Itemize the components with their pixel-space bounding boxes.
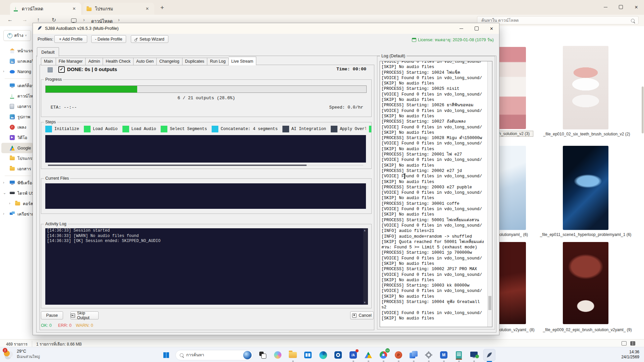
- close-tab-icon[interactable]: ✕: [144, 6, 151, 12]
- explorer-tab-programs[interactable]: โปรแกรม ✕: [83, 3, 154, 15]
- scrollbar-thumb[interactable]: [642, 86, 644, 133]
- log-scrollbar[interactable]: [487, 61, 492, 327]
- view-thumbnails-icon[interactable]: [630, 341, 635, 346]
- stop-square-icon[interactable]: [48, 67, 53, 72]
- file-thumbnail[interactable]: [563, 242, 608, 324]
- tab-changelog[interactable]: Changelog: [157, 58, 182, 65]
- sidebar-item-documents-folder[interactable]: เอกสาร: [0, 164, 34, 174]
- file-caption[interactable]: _file_ep011_scene1_hyperloop_problemyaml…: [535, 232, 636, 237]
- sidebar-item-network[interactable]: ›เครือข่าย: [0, 209, 34, 219]
- copilot-button[interactable]: [272, 349, 283, 361]
- this-pc-icon[interactable]: [71, 18, 76, 22]
- notes-app-button[interactable]: [453, 349, 465, 361]
- cancel-button[interactable]: Cancel: [350, 311, 374, 319]
- chevron-right-icon[interactable]: ›: [9, 201, 10, 205]
- tab-file-manager[interactable]: File Manager: [56, 58, 86, 65]
- sidebar-item-onedrive[interactable]: ›Narong: [0, 66, 34, 77]
- sidebar-item-music[interactable]: เพลง: [0, 122, 34, 132]
- back-icon[interactable]: ←: [7, 17, 13, 23]
- taskbar-search[interactable]: การค้นหา: [175, 350, 253, 360]
- delete-profile-button[interactable]: - Delete Profile: [91, 35, 126, 43]
- tab-run-log[interactable]: Run Log: [207, 58, 229, 65]
- tab-admin[interactable]: Admin: [86, 58, 103, 65]
- scroll-down-icon[interactable]: ▼: [364, 301, 366, 304]
- close-icon[interactable]: ✕: [629, 0, 644, 14]
- tab-auto-gen[interactable]: Auto Gen: [133, 58, 157, 65]
- task-view-button[interactable]: [257, 349, 268, 361]
- setup-wizard-button[interactable]: Setup Wizard: [131, 35, 168, 43]
- maximize-icon[interactable]: [613, 0, 629, 14]
- steps-console[interactable]: [45, 135, 366, 163]
- tab-duplicates[interactable]: Duplicates: [182, 58, 207, 65]
- skip-output-button[interactable]: Skip Output: [70, 311, 99, 319]
- refresh-icon[interactable]: ↻: [52, 17, 56, 23]
- store-button[interactable]: [302, 349, 314, 361]
- windows-app-button[interactable]: [408, 349, 419, 361]
- scrollbar-thumb[interactable]: [48, 165, 307, 166]
- sidebar-item-programs-folder[interactable]: โปรแกรม: [0, 153, 34, 164]
- app-title-bar[interactable]: SJ88 AutoBatch v26.5.3 (Multi-Profile) ✕: [33, 23, 499, 34]
- editor-app-button[interactable]: /A: [347, 349, 359, 361]
- autobatch-taskbar-button[interactable]: [483, 349, 495, 361]
- m-app-button[interactable]: M: [438, 349, 449, 361]
- close-tab-icon[interactable]: ✕: [70, 6, 78, 12]
- close-icon[interactable]: ✕: [484, 23, 499, 34]
- powerpoint-button[interactable]: P: [393, 349, 404, 361]
- add-profile-button[interactable]: + Add Profile: [54, 35, 87, 43]
- file-caption[interactable]: _file_ep010_02_six_teeth_brush_solution_…: [535, 131, 639, 137]
- sidebar-item-desktop[interactable]: เดสก์ท็อป: [0, 80, 34, 91]
- file-caption[interactable]: _file_ep009_02_epic_brush_solution_v2yam…: [535, 327, 639, 333]
- sidebar-item-this-pc[interactable]: ›พีซีเครื่อง: [0, 178, 34, 188]
- file-caption[interactable]: _solution_v2yaml_ (8): [495, 327, 539, 333]
- scrollbar-thumb[interactable]: [488, 296, 491, 310]
- tab-main[interactable]: Main: [41, 58, 56, 65]
- explorer-scrollbar[interactable]: [642, 56, 644, 345]
- chevron-right-icon[interactable]: ›: [3, 69, 4, 73]
- weather-widget[interactable]: 2 29°C มีเมฆส่วนใหญ่: [3, 349, 40, 360]
- log-console[interactable]: [VOICE] Found 0 files in vdo_long_sound/…: [380, 61, 492, 327]
- chevron-right-icon[interactable]: ›: [3, 212, 4, 216]
- chrome-button[interactable]: SJ: [378, 349, 389, 361]
- file-thumbnail[interactable]: [563, 46, 608, 129]
- steps-horizontal-scrollbar[interactable]: [48, 165, 363, 166]
- current-files-console[interactable]: [45, 183, 366, 209]
- forward-icon[interactable]: →: [22, 17, 28, 23]
- explorer-search-input[interactable]: ค้นหาใน ดาวน์โหลด: [477, 16, 639, 24]
- file-caption[interactable]: _solutionyaml_ (6): [495, 232, 535, 237]
- minimize-icon[interactable]: [598, 0, 613, 14]
- minimize-icon[interactable]: [454, 23, 469, 34]
- outlook-button[interactable]: [332, 349, 344, 361]
- scroll-up-icon[interactable]: ▲: [364, 229, 366, 232]
- tab-health-check[interactable]: Health Check: [103, 58, 133, 65]
- done-checkbox[interactable]: ✓: [58, 66, 65, 73]
- pause-button[interactable]: Pause: [41, 311, 63, 319]
- google-drive-button[interactable]: [363, 349, 374, 361]
- chevron-right-icon[interactable]: ›: [3, 180, 4, 184]
- sidebar-item-documents[interactable]: เอกสาร: [0, 101, 34, 112]
- up-icon[interactable]: ↑: [37, 17, 40, 23]
- file-explorer-button[interactable]: [287, 349, 299, 361]
- sidebar-item-gallery[interactable]: แกลเลอรี: [0, 56, 34, 66]
- new-tab-button[interactable]: +: [160, 4, 164, 11]
- sidebar-item-usb-drive[interactable]: ⌄ไดรฟ์ US: [0, 188, 34, 198]
- file-thumbnail[interactable]: [563, 146, 608, 230]
- file-caption-selected[interactable]: h_solution_v2 (3): [495, 131, 533, 137]
- maximize-icon[interactable]: [469, 23, 484, 34]
- settings-button[interactable]: [423, 349, 434, 361]
- chevron-down-icon[interactable]: ⌄: [3, 191, 6, 195]
- new-item-button[interactable]: สร้าง ˅: [3, 30, 31, 41]
- edge-button[interactable]: [317, 349, 329, 361]
- sidebar-item-pictures[interactable]: รูปภาพ: [0, 112, 34, 122]
- sidebar-item-course-folder[interactable]: ›คอร์สตั: [0, 198, 34, 209]
- sidebar-item-google-drive[interactable]: Google: [1, 143, 33, 153]
- start-button[interactable]: [160, 349, 172, 361]
- activity-log-scrollbar[interactable]: ▲ ▼: [363, 228, 368, 305]
- explorer-tab-downloads[interactable]: ดาวน์โหลด ✕: [10, 3, 81, 15]
- view-list-icon[interactable]: [622, 341, 627, 346]
- activity-log-console[interactable]: [14:36:33] Session started[14:36:33] [WA…: [45, 228, 368, 305]
- taskbar-clock[interactable]: 14:36 24/1/2569: [622, 350, 639, 360]
- sidebar-item-downloads[interactable]: ดาวน์โหลด: [0, 91, 34, 101]
- sidebar-item-videos[interactable]: วิดีโอ: [0, 132, 34, 143]
- remote-pc-button[interactable]: [468, 349, 480, 361]
- tab-live-stream[interactable]: Live Stream: [229, 57, 257, 65]
